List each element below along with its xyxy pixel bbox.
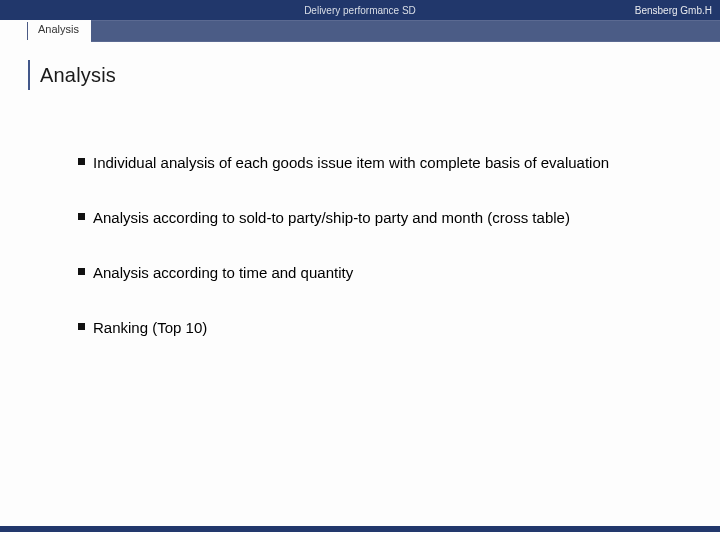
list-item-text: Individual analysis of each goods issue … bbox=[93, 152, 609, 173]
heading-rule bbox=[28, 60, 30, 90]
list-item: Analysis according to sold-to party/ship… bbox=[78, 207, 650, 228]
list-item-text: Analysis according to sold-to party/ship… bbox=[93, 207, 570, 228]
tab-analysis[interactable]: Analysis bbox=[28, 20, 91, 42]
header-bar: Delivery performance SD Bensberg Gmb.H bbox=[0, 0, 720, 20]
list-item: Analysis according to time and quantity bbox=[78, 262, 650, 283]
tab-row-filler bbox=[91, 20, 720, 42]
list-item-text: Analysis according to time and quantity bbox=[93, 262, 353, 283]
page-heading: Analysis bbox=[40, 64, 116, 87]
list-item: Ranking (Top 10) bbox=[78, 317, 650, 338]
header-title: Delivery performance SD bbox=[304, 5, 416, 16]
tab-row: Analysis bbox=[0, 20, 720, 42]
header-brand: Bensberg Gmb.H bbox=[635, 5, 712, 16]
square-bullet-icon bbox=[78, 268, 85, 275]
list-item-text: Ranking (Top 10) bbox=[93, 317, 207, 338]
square-bullet-icon bbox=[78, 323, 85, 330]
tab-row-left-pad bbox=[0, 20, 28, 42]
page-heading-block: Analysis bbox=[28, 60, 720, 90]
list-item: Individual analysis of each goods issue … bbox=[78, 152, 650, 173]
bullet-list: Individual analysis of each goods issue … bbox=[78, 152, 650, 338]
square-bullet-icon bbox=[78, 213, 85, 220]
footer-bar bbox=[0, 526, 720, 532]
square-bullet-icon bbox=[78, 158, 85, 165]
